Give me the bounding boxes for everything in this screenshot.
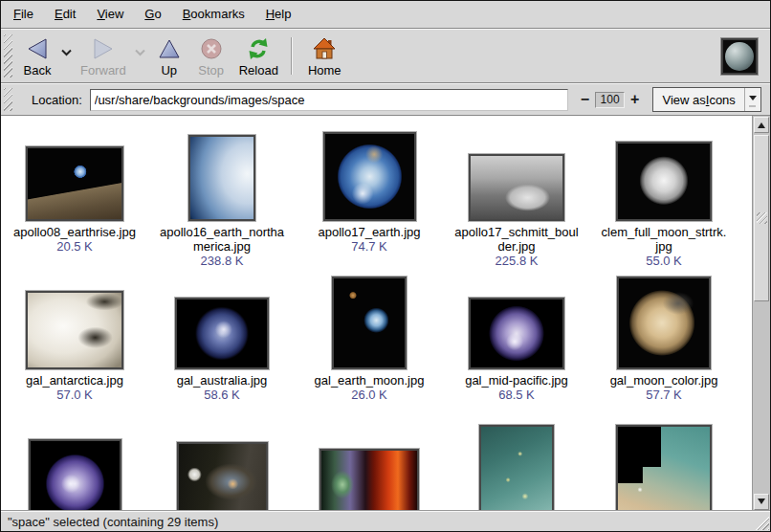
chevron-down-icon	[749, 96, 757, 104]
scrollbar-up-button[interactable]	[754, 117, 769, 133]
scrollbar-grip-icon	[757, 212, 767, 224]
location-bar-grip-handle[interactable]	[4, 88, 12, 111]
arrow-down-icon	[758, 499, 765, 508]
earthrise-thumbnail[interactable]	[26, 146, 123, 221]
content-area: apollo08_earthrise.jpg20.5 Kapollo16_ear…	[1, 116, 770, 511]
nautilus-throbber-sphere-icon	[725, 42, 754, 71]
scrollbar-thumb[interactable]	[754, 135, 769, 301]
file-size: 238.8 K	[201, 254, 244, 268]
file-name: apollo16_earth_northamerica.jpg	[160, 225, 284, 254]
antarctica-thumbnail[interactable]	[26, 291, 123, 369]
forward-arrow-icon	[92, 34, 115, 62]
stop-button[interactable]: Stop	[190, 32, 232, 80]
file-name: gal_earth_moon.jpg	[315, 373, 425, 388]
file-size: 225.8 K	[496, 254, 539, 268]
back-button[interactable]: Back	[16, 32, 58, 80]
view-mode-dropdown-arrow[interactable]	[744, 88, 760, 111]
file-manager-window: File Edit View Go Bookmarks Help Back Fo…	[0, 0, 771, 532]
view-mode-dropdown[interactable]: View as Icons	[652, 87, 760, 112]
chevron-down-icon	[61, 49, 72, 56]
chevron-down-icon	[135, 49, 145, 56]
moonscape-thumbnail[interactable]	[469, 154, 564, 221]
reload-icon	[246, 34, 271, 62]
file-item[interactable]	[148, 425, 296, 511]
up-button[interactable]: Up	[148, 32, 190, 80]
location-input[interactable]	[90, 89, 568, 111]
reload-button[interactable]: Reload	[232, 32, 285, 80]
back-button-label: Back	[24, 62, 52, 78]
file-size: 57.7 K	[646, 388, 682, 402]
zoom-in-button[interactable]: +	[627, 90, 643, 109]
home-icon	[312, 34, 337, 62]
file-grid: apollo08_earthrise.jpg20.5 Kapollo16_ear…	[1, 116, 752, 511]
toolbar-grip-handle[interactable]	[4, 34, 12, 78]
up-button-label: Up	[161, 62, 177, 78]
location-label: Location:	[32, 93, 82, 107]
view-mode-label: View as Icons	[653, 88, 743, 111]
menu-bar: File Edit View Go Bookmarks Help	[1, 1, 770, 29]
file-name: gal_australia.jpg	[177, 373, 268, 388]
menu-view[interactable]: View	[86, 3, 134, 26]
file-item[interactable]: apollo08_earthrise.jpg20.5 K	[1, 128, 148, 277]
vertical-scrollbar[interactable]	[752, 116, 770, 511]
status-bar: "space" selected (containing 29 items)	[1, 511, 770, 531]
forward-dropdown-button[interactable]	[133, 45, 148, 60]
file-name: apollo17_earth.jpg	[319, 225, 421, 239]
home-button[interactable]: Home	[301, 32, 348, 80]
galaxy-pair-thumbnail[interactable]	[177, 442, 268, 511]
icon-view[interactable]: apollo08_earthrise.jpg20.5 Kapollo16_ear…	[1, 116, 752, 511]
file-item[interactable]: clem_full_moon_strtrk.jpg55.0 K	[590, 128, 738, 277]
nebula-teal-thumbnail[interactable]	[479, 425, 554, 511]
file-size: 68.5 K	[498, 388, 535, 402]
menu-file[interactable]: File	[3, 3, 44, 26]
menu-help[interactable]: Help	[255, 3, 302, 26]
mid-pacific-globe-thumbnail[interactable]	[469, 298, 564, 369]
file-item[interactable]: apollo16_earth_northamerica.jpg238.8 K	[148, 128, 296, 277]
forward-button-label: Forward	[80, 62, 126, 78]
file-name: apollo17_schmitt_boulder.jpg	[454, 225, 578, 254]
location-bar: Location: − 100 + View as Icons	[1, 83, 770, 116]
resize-grip[interactable]	[753, 514, 769, 530]
file-item[interactable]: gal_antarctica.jpg57.0 K	[1, 277, 148, 425]
file-item[interactable]: apollo17_schmitt_boulder.jpg225.8 K	[443, 128, 590, 277]
nebula-teal-cutout-thumbnail[interactable]	[616, 425, 712, 511]
zoom-out-button[interactable]: −	[577, 90, 593, 109]
file-item[interactable]: apollo17_earth.jpg74.7 K	[296, 128, 443, 277]
australia-globe-thumbnail[interactable]	[175, 298, 269, 369]
file-size: 58.6 K	[204, 388, 240, 402]
gray-full-moon-thumbnail[interactable]	[616, 142, 712, 221]
back-dropdown-button[interactable]	[58, 45, 74, 60]
file-item[interactable]: gal_moon_color.jpg57.7 K	[590, 277, 738, 425]
file-name: gal_moon_color.jpg	[610, 373, 718, 388]
file-item[interactable]	[1, 425, 148, 511]
home-button-label: Home	[308, 62, 341, 78]
earth-and-moon-thumbnail[interactable]	[332, 277, 407, 369]
file-item[interactable]	[443, 425, 590, 511]
status-text: "space" selected (containing 29 items)	[8, 515, 218, 529]
purple-earth-globe-thumbnail[interactable]	[29, 439, 121, 511]
apollo16-earth-thumbnail[interactable]	[188, 135, 255, 221]
file-size: 55.0 K	[646, 254, 682, 268]
file-name: gal_mid-pacific.jpg	[465, 373, 568, 388]
file-item[interactable]: gal_earth_moon.jpg26.0 K	[296, 277, 443, 425]
throbber	[721, 38, 758, 75]
menu-go[interactable]: Go	[134, 3, 171, 26]
file-size: 20.5 K	[56, 239, 93, 254]
file-name: apollo08_earthrise.jpg	[13, 225, 136, 239]
file-item[interactable]	[590, 425, 738, 511]
zoom-level-display: 100	[595, 92, 625, 108]
file-item[interactable]: gal_mid-pacific.jpg68.5 K	[443, 277, 590, 425]
scrollbar-down-button[interactable]	[754, 494, 769, 510]
color-moon-thumbnail[interactable]	[617, 277, 711, 369]
file-item[interactable]	[296, 425, 443, 511]
file-item[interactable]: gal_australia.jpg58.6 K	[148, 277, 296, 425]
forward-button[interactable]: Forward	[74, 32, 133, 80]
toolbar: Back Forward Up	[1, 29, 770, 83]
menu-edit[interactable]: Edit	[44, 3, 86, 26]
blue-marble-thumbnail[interactable]	[323, 132, 416, 221]
back-arrow-icon	[26, 34, 49, 62]
nebula-red-green-thumbnail[interactable]	[319, 449, 419, 511]
file-size: 57.0 K	[56, 388, 93, 402]
menu-bookmarks[interactable]: Bookmarks	[172, 3, 255, 26]
file-name: clem_full_moon_strtrk.jpg	[602, 225, 727, 254]
